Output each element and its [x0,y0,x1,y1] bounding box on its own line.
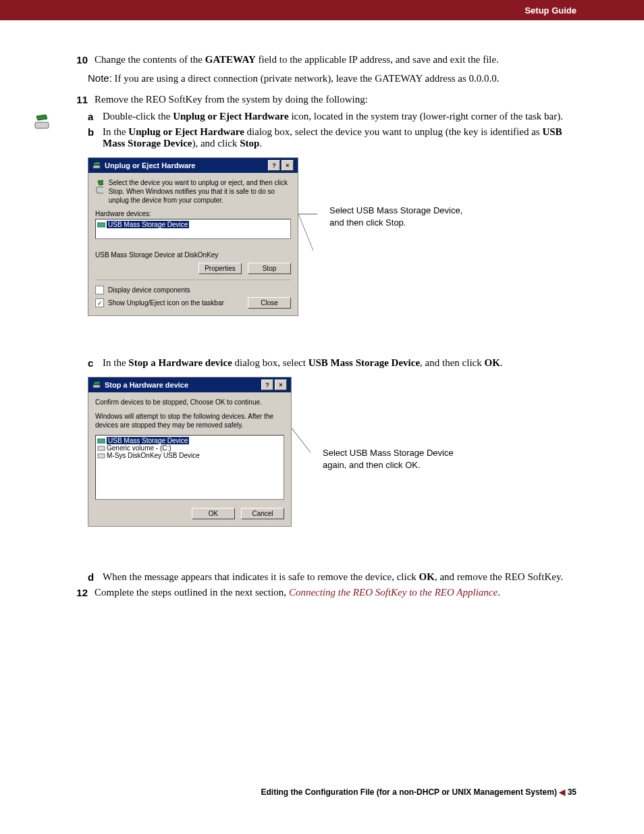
dialog-title: Unplug or Eject Hardware [105,161,195,170]
display-components-checkbox-row[interactable]: Display device components [95,286,291,294]
eject-icon [92,161,102,170]
callout-1: Select USB Mass Storage Device, and then… [329,205,464,228]
device-icon [97,438,105,444]
checkbox-checked[interactable]: ✓ [95,298,104,307]
step-number: 10 [68,54,95,66]
cross-reference-link[interactable]: Connecting the REO SoftKey to the REO Ap… [289,587,498,598]
dialog-titlebar: Stop a Hardware device ? × [88,377,291,392]
device-icon [97,221,105,228]
stop-button[interactable]: Stop [248,263,291,274]
help-button[interactable]: ? [268,160,280,171]
volume-icon [97,445,105,452]
stop-hardware-dialog: Stop a Hardware device ? × Confirm devic… [88,377,292,527]
step-10: 10 Change the contents of the GATEWAY fi… [68,54,576,66]
callout-line [292,424,312,559]
svg-rect-0 [35,122,49,128]
callout-2: Select USB Mass Storage Device again, an… [323,447,458,471]
selected-device: USB Mass Storage Device [107,437,189,444]
figure-unplug-dialog: Unplug or Eject Hardware ? × Select the … [88,157,576,345]
eject-hardware-margin-icon [34,113,53,134]
footer-separator-icon: ◀ [559,787,567,797]
substep-d: d When the message appears that indicate… [88,571,576,583]
step-body: Complete the steps outlined in the next … [95,587,576,598]
warning-text: Windows will attempt to stop the followi… [95,412,284,429]
close-button[interactable]: × [275,380,287,390]
dialog-instructions: Select the device you want to unplug or … [109,178,291,205]
svg-rect-6 [93,385,100,388]
selected-device: USB Mass Storage Device [107,221,189,228]
step-11: 11 Remove the REO SoftKey from the syste… [68,94,576,105]
substep-c: c In the Stop a Hardware device dialog b… [88,357,576,369]
note-label: Note: [88,72,112,84]
close-button[interactable]: × [281,160,294,171]
dialog-titlebar: Unplug or Eject Hardware ? × [88,158,298,173]
checkbox-unchecked[interactable] [95,286,104,294]
close-dialog-button[interactable]: Close [248,297,291,309]
svg-line-10 [292,428,311,452]
step-body: Remove the REO SoftKey from the system b… [95,94,576,105]
eject-icon [92,381,102,389]
svg-rect-8 [98,446,105,450]
hardware-devices-label: Hardware devices: [95,210,291,217]
svg-rect-9 [98,454,105,458]
callout-line [298,210,319,345]
devices-to-stop-list[interactable]: USB Mass Storage Device Generic volume -… [95,435,284,500]
svg-line-5 [298,214,313,251]
step-number: 12 [68,587,95,598]
footer-section: Editing the Configuration File (for a no… [261,787,556,797]
properties-button[interactable]: Properties [198,263,242,274]
substep-b: b In the Unplug or Eject Hardware dialog… [88,126,576,149]
note-10: Note: If you are using a direct connecti… [88,72,576,84]
step-12: 12 Complete the steps outlined in the ne… [68,587,576,598]
substep-a: a Double-click the Unplug or Eject Hardw… [88,111,576,122]
figure-stop-dialog: Stop a Hardware device ? × Confirm devic… [88,377,576,559]
disk-icon [97,452,105,459]
help-button[interactable]: ? [261,380,273,390]
show-icon-checkbox-row[interactable]: ✓ Show Unplug/Eject icon on the taskbar [95,298,224,307]
svg-rect-2 [97,187,103,193]
page-content: 10 Change the contents of the GATEWAY fi… [0,20,644,824]
ok-button[interactable]: OK [192,508,235,519]
cancel-button[interactable]: Cancel [241,508,284,519]
page-header: Setup Guide [0,0,644,20]
confirm-text: Confirm devices to be stopped, Choose OK… [95,398,284,407]
unplug-dialog: Unplug or Eject Hardware ? × Select the … [88,157,298,316]
eject-hardware-icon [95,178,103,196]
svg-rect-1 [93,165,100,168]
dialog-title: Stop a Hardware device [105,381,188,389]
svg-rect-3 [97,223,105,227]
note-text: If you are using a direct connection (pr… [115,73,500,84]
hardware-devices-list[interactable]: USB Mass Storage Device [95,219,291,239]
step-body: Change the contents of the GATEWAY field… [95,54,576,66]
page-footer: Editing the Configuration File (for a no… [68,787,576,797]
step-number: 11 [68,94,95,105]
device-status: USB Mass Storage Device at DiskOnKey [95,251,291,259]
svg-rect-7 [97,439,105,443]
page-number: 35 [568,787,576,797]
header-title: Setup Guide [525,5,576,16]
